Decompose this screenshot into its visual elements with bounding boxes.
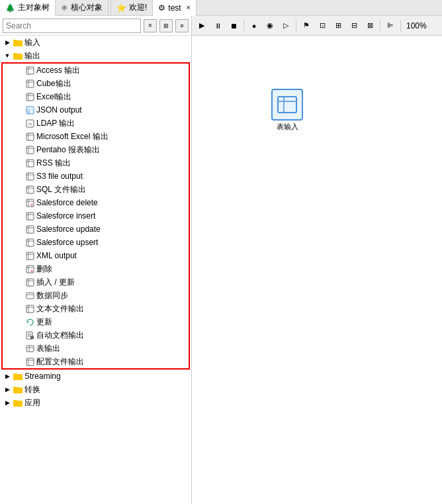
- tree-item-json-out[interactable]: {} JSON output: [3, 103, 189, 117]
- svg-rect-72: [13, 374, 17, 376]
- svg-rect-77: [278, 97, 296, 113]
- stop-button[interactable]: ⏹: [226, 19, 241, 33]
- tree-item-sf-update[interactable]: Salesforce update: [3, 223, 189, 236]
- debug-button[interactable]: ◉: [263, 19, 277, 33]
- tree-item-config-out-label: 配置文件输出: [36, 356, 84, 368]
- toggle-input[interactable]: ▶: [3, 38, 12, 47]
- canvas-item-table-input[interactable]: 表输入: [271, 89, 303, 132]
- check-button[interactable]: ⚑: [299, 19, 314, 33]
- align-left-button[interactable]: ⊫: [383, 19, 398, 33]
- folder-icon-output: [13, 51, 22, 60]
- search-clear-button[interactable]: ×: [144, 19, 157, 32]
- tree-item-text-file-out-label: 文本文件输出: [36, 303, 84, 315]
- toggle-output[interactable]: ▼: [3, 51, 12, 60]
- tree-item-table-out[interactable]: 表输出: [3, 342, 189, 355]
- svg-rect-76: [13, 400, 17, 402]
- item-icon-sf-insert: [25, 211, 34, 221]
- toolbar-sep2: [296, 20, 296, 32]
- tree-item-data-sync[interactable]: 数据同步: [3, 289, 189, 302]
- close-icon[interactable]: ×: [187, 4, 191, 11]
- tree-item-s3-out[interactable]: S3 file output: [3, 170, 189, 183]
- svg-rect-68: [26, 358, 34, 366]
- tab-welcome[interactable]: ⭐ 欢迎!: [111, 0, 153, 15]
- tree-item-ldap-out[interactable]: LDAP 输出: [3, 117, 189, 130]
- tree-container[interactable]: ▶ 输入 ▼ 输出: [0, 36, 191, 504]
- tree-item-ldap-out-label: LDAP 输出: [36, 118, 75, 129]
- run-button[interactable]: ▶: [195, 19, 209, 33]
- tree-item-sql-out[interactable]: SQL 文件输出: [3, 183, 189, 196]
- right-panel: ▶ ⏸ ⏹ ● ◉ ▷ ⚑ ⊡ ⊞ ⊟ ⊠ ⊫ 100%: [192, 16, 442, 504]
- item-icon-ldap: [25, 119, 34, 128]
- paste-button[interactable]: ⊟: [347, 19, 361, 33]
- tree-item-sf-insert[interactable]: Salesforce insert: [3, 209, 189, 223]
- tab-main-tree[interactable]: 🌲 主对象树: [0, 0, 56, 16]
- svg-rect-19: [26, 146, 34, 154]
- tree-item-cube-out[interactable]: Cube输出: [3, 77, 189, 90]
- tree-item-excel-out-label: Excel输出: [36, 91, 71, 103]
- tree-item-ms-excel-out[interactable]: Microsoft Excel 输出: [3, 130, 189, 143]
- svg-rect-4: [26, 67, 34, 74]
- tree-icon: 🌲: [5, 3, 15, 13]
- tree-item-excel-out[interactable]: Excel输出: [3, 90, 189, 103]
- tree-item-output[interactable]: ▼ 输出: [0, 49, 191, 62]
- tree-item-pentaho-out-label: Pentaho 报表输出: [36, 144, 100, 156]
- tree-item-access-out[interactable]: Access 输出: [3, 64, 189, 77]
- tree-item-json-out-label: JSON output: [36, 105, 82, 115]
- toggle-transform[interactable]: ▶: [3, 385, 12, 394]
- tree-item-auto-doc-out[interactable]: 自动文档输出: [3, 328, 189, 342]
- tree-item-sf-delete[interactable]: × Salesforce delete: [3, 196, 189, 209]
- toggle-streaming[interactable]: ▶: [3, 372, 12, 381]
- svg-rect-38: [26, 226, 34, 233]
- tab-core-obj-label: 核心对象: [71, 2, 103, 13]
- svg-rect-25: [26, 173, 34, 180]
- copy-button[interactable]: ⊞: [331, 19, 345, 33]
- tab-test[interactable]: ⚙ test ×: [153, 0, 196, 16]
- svg-rect-3: [13, 53, 17, 55]
- tree-item-insert-update[interactable]: 插入 / 更新: [3, 276, 189, 289]
- tab-core-obj[interactable]: ⚛ 核心对象: [56, 0, 109, 15]
- item-icon-auto-doc: [25, 330, 34, 340]
- canvas-item-label-table-input: 表输入: [277, 122, 298, 132]
- tab-test-label: test: [168, 3, 181, 13]
- step-button[interactable]: ▷: [279, 19, 293, 33]
- item-icon-pentaho: [25, 145, 34, 154]
- tree-item-delete[interactable]: × 删除: [3, 262, 189, 276]
- tree-item-rss-out[interactable]: RSS 输出: [3, 156, 189, 170]
- toolbar-sep4: [400, 20, 401, 32]
- pause-button[interactable]: ⏸: [210, 19, 225, 33]
- search-options-button[interactable]: ≡: [175, 19, 189, 32]
- export-button[interactable]: ⊠: [363, 19, 377, 33]
- tree-item-insert-update-label: 插入 / 更新: [36, 277, 75, 288]
- tree-item-update[interactable]: 更新: [3, 315, 189, 328]
- welcome-icon: ⭐: [116, 3, 126, 13]
- tree-item-data-sync-label: 数据同步: [36, 290, 68, 301]
- search-input[interactable]: [3, 19, 141, 33]
- test-icon: ⚙: [158, 3, 165, 13]
- tree-item-pentaho-out[interactable]: Pentaho 报表输出: [3, 143, 189, 156]
- item-icon-cube: [25, 79, 34, 88]
- tree-item-delete-label: 删除: [36, 264, 52, 275]
- tree-item-app[interactable]: ▶ 应用: [0, 396, 191, 409]
- item-icon-text-file: [25, 304, 34, 313]
- svg-marker-59: [27, 321, 29, 323]
- preview-button[interactable]: ●: [247, 19, 261, 33]
- tree-item-sf-upsert[interactable]: Salesforce upsert: [3, 236, 189, 249]
- tree-item-input-label: 输入: [24, 37, 40, 48]
- item-icon-insert-update: [25, 277, 34, 287]
- tree-item-streaming[interactable]: ▶ Streaming: [0, 370, 191, 383]
- impact-button[interactable]: ⊡: [315, 19, 330, 33]
- svg-rect-7: [26, 80, 34, 87]
- item-icon-sf-upsert: [25, 238, 34, 247]
- toggle-app[interactable]: ▶: [3, 398, 12, 407]
- item-icon-ms-excel: [25, 132, 34, 141]
- canvas-area[interactable]: 表输入: [192, 36, 442, 504]
- tree-item-text-file-out[interactable]: 文本文件输出: [3, 302, 189, 315]
- tree-item-xml-out[interactable]: XML output: [3, 249, 189, 262]
- item-icon-delete: ×: [25, 264, 34, 274]
- tree-item-transform[interactable]: ▶ 转换: [0, 383, 191, 396]
- tree-item-input[interactable]: ▶ 输入: [0, 36, 191, 49]
- tree-item-config-out[interactable]: 配置文件输出: [3, 355, 189, 368]
- tree-item-streaming-label: Streaming: [24, 372, 61, 381]
- svg-rect-51: [26, 279, 34, 286]
- search-layout-button[interactable]: ⊞: [159, 19, 173, 32]
